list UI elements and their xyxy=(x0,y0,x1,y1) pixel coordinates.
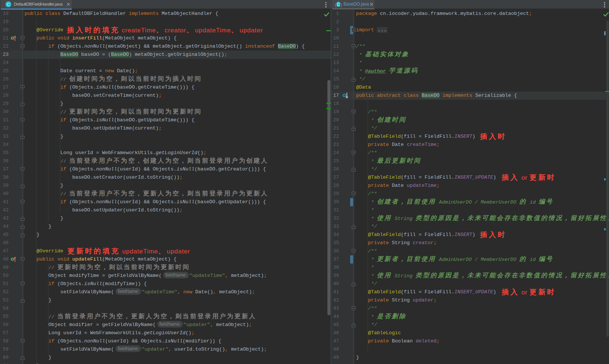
svg-text:): ) xyxy=(340,2,342,7)
svg-text:(: ( xyxy=(335,2,337,7)
svg-text:C: C xyxy=(337,2,340,7)
svg-text:C: C xyxy=(7,2,10,7)
